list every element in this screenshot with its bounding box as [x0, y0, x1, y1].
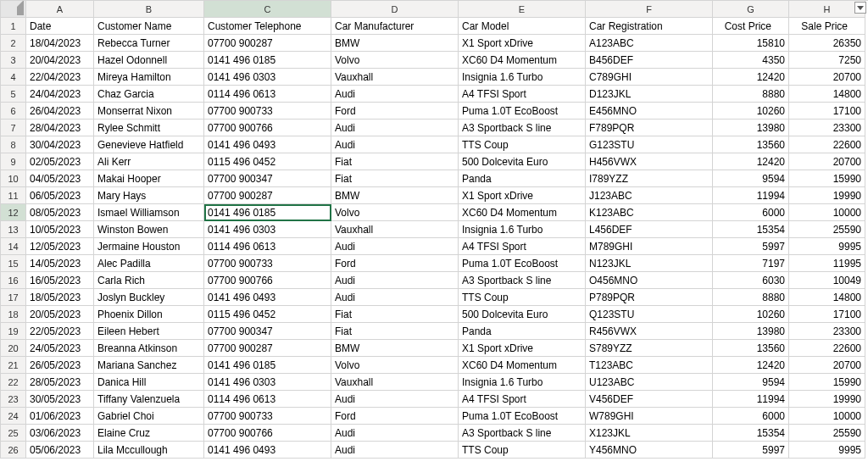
cell[interactable]: 10000 [789, 204, 865, 221]
cell[interactable]: 22600 [789, 136, 865, 153]
cell[interactable]: 13980 [713, 120, 789, 136]
spreadsheet-grid[interactable]: ABCDEFGH1DateCustomer NameCustomer Telep… [0, 0, 868, 459]
cell[interactable]: Genevieve Hatfield [94, 136, 204, 153]
cell[interactable]: 07700 900287 [204, 35, 331, 52]
cell[interactable]: Fiat [331, 170, 459, 187]
cell[interactable]: Audi [331, 86, 459, 103]
cell[interactable]: 07700 900766 [204, 120, 331, 136]
cell[interactable]: 24/05/2023 [26, 340, 94, 357]
cell[interactable]: 22/05/2023 [26, 323, 94, 340]
cell[interactable]: K123ABC [586, 204, 713, 221]
cell[interactable]: 11994 [713, 187, 789, 204]
cell[interactable]: 07700 900347 [204, 323, 331, 340]
cell[interactable]: 6000 [713, 408, 789, 425]
row-header-7[interactable]: 7 [1, 120, 26, 136]
cell[interactable]: Y456MNO [586, 442, 713, 459]
cell[interactable]: F789PQR [586, 120, 713, 136]
cell[interactable]: 26350 [789, 35, 865, 52]
cell[interactable]: Audi [331, 425, 459, 442]
cell[interactable]: V456DEF [586, 391, 713, 408]
row-header-19[interactable]: 19 [1, 323, 26, 340]
cell[interactable]: Tiffany Valenzuela [94, 391, 204, 408]
cell[interactable]: Volvo [331, 204, 459, 221]
cell[interactable]: 15990 [789, 374, 865, 391]
cell[interactable]: 30/04/2023 [26, 136, 94, 153]
cell[interactable]: Fiat [331, 153, 459, 170]
cell[interactable]: TTS Coup [459, 289, 586, 306]
cell[interactable]: Audi [331, 238, 459, 255]
cell[interactable]: 07700 900766 [204, 425, 331, 442]
row-header-9[interactable]: 9 [1, 153, 26, 170]
row-header-26[interactable]: 26 [1, 442, 26, 459]
cell[interactable]: 0114 496 0613 [204, 391, 331, 408]
cell[interactable]: 20/05/2023 [26, 306, 94, 323]
cell[interactable]: Mireya Hamilton [94, 69, 204, 86]
row-header-10[interactable]: 10 [1, 170, 26, 187]
cell[interactable]: 07700 900733 [204, 408, 331, 425]
col-header-B[interactable]: B [94, 1, 204, 18]
cell[interactable]: 26/04/2023 [26, 103, 94, 120]
cell[interactable]: Puma 1.0T EcoBoost [459, 408, 586, 425]
row-header-2[interactable]: 2 [1, 35, 26, 52]
cell[interactable]: Makai Hooper [94, 170, 204, 187]
cell[interactable]: Chaz Garcia [94, 86, 204, 103]
cell[interactable]: 0141 496 0185 [204, 357, 331, 374]
cell[interactable]: 22600 [789, 340, 865, 357]
cell[interactable]: Puma 1.0T EcoBoost [459, 255, 586, 272]
cell[interactable]: Vauxhall [331, 69, 459, 86]
cell[interactable]: Rebecca Turner [94, 35, 204, 52]
cell[interactable]: 11994 [713, 391, 789, 408]
column-header-cell[interactable]: Car Model [459, 18, 586, 35]
cell[interactable]: 07700 900287 [204, 340, 331, 357]
row-header-16[interactable]: 16 [1, 272, 26, 289]
cell[interactable]: Audi [331, 272, 459, 289]
cell[interactable]: XC60 D4 Momentum [459, 357, 586, 374]
cell[interactable]: X1 Sport xDrive [459, 340, 586, 357]
cell[interactable]: 7250 [789, 52, 865, 69]
cell[interactable]: 6030 [713, 272, 789, 289]
col-header-A[interactable]: A [26, 1, 94, 18]
cell[interactable]: P789PQR [586, 289, 713, 306]
cell[interactable]: 0141 496 0303 [204, 374, 331, 391]
cell[interactable]: 14800 [789, 289, 865, 306]
col-header-C[interactable]: C [204, 1, 331, 18]
cell[interactable]: 0115 496 0452 [204, 306, 331, 323]
cell[interactable]: 0114 496 0613 [204, 238, 331, 255]
cell[interactable]: 9995 [789, 442, 865, 459]
cell[interactable]: 01/06/2023 [26, 408, 94, 425]
cell[interactable]: 7197 [713, 255, 789, 272]
cell[interactable]: 20700 [789, 69, 865, 86]
cell[interactable]: 28/04/2023 [26, 120, 94, 136]
cell[interactable]: Ford [331, 255, 459, 272]
cell[interactable]: 0141 496 0493 [204, 136, 331, 153]
cell[interactable]: Carla Rich [94, 272, 204, 289]
cell[interactable]: Ali Kerr [94, 153, 204, 170]
cell[interactable]: A3 Sportback S line [459, 425, 586, 442]
col-header-D[interactable]: D [331, 1, 459, 18]
cell[interactable]: A3 Sportback S line [459, 272, 586, 289]
cell[interactable]: Fiat [331, 323, 459, 340]
cell[interactable]: 5997 [713, 442, 789, 459]
cell[interactable]: X1 Sport xDrive [459, 187, 586, 204]
cell[interactable]: Audi [331, 391, 459, 408]
cell[interactable]: XC60 D4 Momentum [459, 204, 586, 221]
cell[interactable]: Q123STU [586, 306, 713, 323]
cell[interactable]: Alec Padilla [94, 255, 204, 272]
cell[interactable]: BMW [331, 35, 459, 52]
cell[interactable]: H456VWX [586, 153, 713, 170]
cell[interactable]: 6000 [713, 204, 789, 221]
cell[interactable]: 15354 [713, 221, 789, 238]
cell[interactable]: W789GHI [586, 408, 713, 425]
column-header-cell[interactable]: Car Manufacturer [331, 18, 459, 35]
row-header-23[interactable]: 23 [1, 391, 26, 408]
cell[interactable]: 04/05/2023 [26, 170, 94, 187]
cell[interactable]: 15990 [789, 170, 865, 187]
cell[interactable]: Danica Hill [94, 374, 204, 391]
cell[interactable]: 06/05/2023 [26, 187, 94, 204]
col-header-G[interactable]: G [713, 1, 789, 18]
cell[interactable]: Joslyn Buckley [94, 289, 204, 306]
cell[interactable]: 8880 [713, 289, 789, 306]
cell[interactable]: Ford [331, 408, 459, 425]
cell[interactable]: 12/05/2023 [26, 238, 94, 255]
row-header-24[interactable]: 24 [1, 408, 26, 425]
